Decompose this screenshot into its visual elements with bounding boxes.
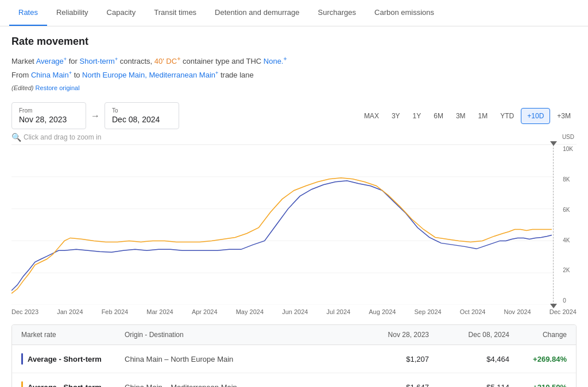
color-bar-blue xyxy=(21,353,23,365)
market-info: Market Average+ for Short-term+ contract… xyxy=(11,53,577,94)
market-prefix: Market xyxy=(11,57,34,65)
container-type-link[interactable]: 40' DC+ xyxy=(154,57,181,65)
to-label: To xyxy=(112,107,172,114)
value1-1: $1,647 xyxy=(349,383,429,387)
tab-carbon-emissions[interactable]: Carbon emissions xyxy=(365,0,443,26)
from-label: From xyxy=(19,107,79,114)
tab-detention-and-demurrage[interactable]: Detention and demurrage xyxy=(206,0,308,26)
rate-label-1: Average - Short-term xyxy=(21,381,125,387)
triangle-bottom xyxy=(550,304,557,308)
origin-dest-1: China Main – Mediterranean Main xyxy=(125,383,349,387)
table-header-col-3: Dec 08, 2024 xyxy=(429,331,509,339)
zoom-hint: 🔍 Click and drag to zoom in xyxy=(11,133,577,142)
table-header-col-1: Origin - Destination xyxy=(125,331,349,339)
from-value: Nov 28, 2023 xyxy=(19,115,79,124)
zoom-search-icon: 🔍 xyxy=(11,133,21,142)
to-date-box[interactable]: To Dec 08, 2024 xyxy=(105,102,179,129)
x-label: Dec 2024 xyxy=(550,308,577,315)
color-bar-orange xyxy=(21,381,23,387)
x-label: Oct 2024 xyxy=(460,308,486,315)
origin-dest-0: China Main – North Europe Main xyxy=(125,355,349,363)
table-header: Market rateOrigin - DestinationNov 28, 2… xyxy=(12,325,576,345)
section-title: Rate movement xyxy=(11,36,577,48)
tab-surcharges[interactable]: Surcharges xyxy=(309,0,365,26)
change-1: +210.50% xyxy=(509,383,567,387)
table-row-0: Average - Short-termChina Main – North E… xyxy=(12,345,576,373)
table-header-col-4: Change xyxy=(509,331,567,339)
edited-text: (Edited) xyxy=(11,84,34,91)
time-btn-3y[interactable]: 3Y xyxy=(386,109,406,123)
x-label: Jan 2024 xyxy=(57,308,83,315)
x-label: Sep 2024 xyxy=(415,308,442,315)
date-range-row: From Nov 28, 2023 → To Dec 08, 2024 MAX3… xyxy=(11,102,577,129)
data-table: Market rateOrigin - DestinationNov 28, 2… xyxy=(11,324,577,387)
time-btn-plus3m[interactable]: +3M xyxy=(551,109,577,123)
value2-1: $5,114 xyxy=(429,383,509,387)
x-label: Jul 2024 xyxy=(327,308,351,315)
thc-link[interactable]: None.+ xyxy=(264,57,287,65)
contract-type-link[interactable]: Short-term+ xyxy=(80,57,118,65)
to-value: Dec 08, 2024 xyxy=(112,115,172,124)
time-btn-ytd[interactable]: YTD xyxy=(494,109,520,123)
time-btn-1m[interactable]: 1M xyxy=(473,109,494,123)
origin-link[interactable]: China Main+ xyxy=(31,71,72,79)
tab-rates[interactable]: Rates xyxy=(9,0,47,26)
x-axis: Dec 2023Jan 2024Feb 2024Mar 2024Apr 2024… xyxy=(11,305,577,318)
time-btn-plus10d[interactable]: +10D xyxy=(521,108,550,124)
chart-area: USD xyxy=(11,144,577,318)
table-row-1: Average - Short-termChina Main – Mediter… xyxy=(12,373,576,387)
x-label: May 2024 xyxy=(236,308,264,315)
table-header-col-0: Market rate xyxy=(21,331,125,339)
value2-0: $4,464 xyxy=(429,355,509,363)
time-buttons: MAX3Y1Y6M3M1MYTD+10D+3M xyxy=(358,108,577,124)
value1-0: $1,207 xyxy=(349,355,429,363)
currency-label: USD xyxy=(562,134,574,140)
rate-label-0: Average - Short-term xyxy=(21,353,125,365)
time-btn-1y[interactable]: 1Y xyxy=(407,109,427,123)
x-label: Mar 2024 xyxy=(146,308,173,315)
arrow-icon: → xyxy=(91,111,100,121)
triangle-top xyxy=(550,141,557,146)
tab-bar: RatesReliabilityCapacityTransit timesDet… xyxy=(0,0,588,26)
time-btn-max[interactable]: MAX xyxy=(358,109,385,123)
destination-link[interactable]: North Europe Main, Mediterranean Main+ xyxy=(82,71,218,79)
tab-transit-times[interactable]: Transit times xyxy=(145,0,206,26)
table-header-col-2: Nov 28, 2023 xyxy=(349,331,429,339)
chart-container[interactable]: 10K 8K 6K 4K 2K 0 xyxy=(11,144,577,305)
tab-reliability[interactable]: Reliability xyxy=(47,0,98,26)
x-label: Dec 2023 xyxy=(11,308,38,315)
x-label: Jun 2024 xyxy=(282,308,308,315)
tab-capacity[interactable]: Capacity xyxy=(98,0,145,26)
from-date-box[interactable]: From Nov 28, 2023 xyxy=(11,102,86,129)
time-btn-3m[interactable]: 3M xyxy=(450,109,471,123)
restore-link[interactable]: Restore original xyxy=(36,84,80,91)
x-label: Apr 2024 xyxy=(192,308,218,315)
market-type-link[interactable]: Average+ xyxy=(36,57,67,65)
chart-svg xyxy=(11,145,577,305)
x-label: Aug 2024 xyxy=(369,308,396,315)
time-btn-6m[interactable]: 6M xyxy=(428,109,449,123)
x-label: Nov 2024 xyxy=(504,308,531,315)
change-0: +269.84% xyxy=(509,355,567,363)
x-label: Feb 2024 xyxy=(102,308,128,315)
